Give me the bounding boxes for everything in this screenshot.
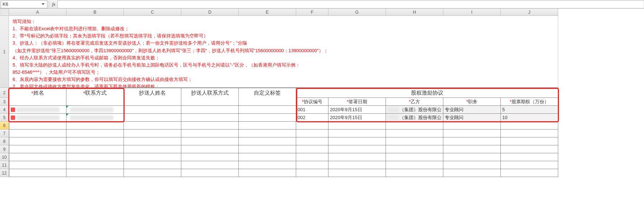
header-agreement-title[interactable]: 股权激励协议 xyxy=(296,88,558,98)
cell-H8[interactable] xyxy=(386,137,443,145)
name-box-dropdown-icon[interactable] xyxy=(41,2,46,7)
cell-D5[interactable] xyxy=(181,114,239,122)
cell-E4[interactable] xyxy=(239,106,296,114)
cell-E11[interactable] xyxy=(239,161,296,169)
cell-I6[interactable] xyxy=(443,122,501,130)
cell-H10[interactable] xyxy=(386,153,443,161)
cell-G7[interactable] xyxy=(328,130,386,137)
cell-H5[interactable]: （集团）股份有限公 xyxy=(386,114,443,122)
cell-D10[interactable] xyxy=(181,153,239,161)
cell-D6[interactable] xyxy=(181,122,239,130)
cell-I11[interactable] xyxy=(443,161,501,169)
cell-J8[interactable] xyxy=(501,137,558,145)
row-header-9[interactable]: 9 xyxy=(0,145,9,153)
cell-C5[interactable] xyxy=(124,114,181,122)
cell-C6[interactable] xyxy=(124,122,181,130)
fx-icon[interactable]: fx xyxy=(50,1,57,7)
col-header-C[interactable]: C xyxy=(124,9,181,16)
header-name-merge[interactable] xyxy=(9,98,66,106)
row-header-12[interactable]: 12 xyxy=(0,169,9,177)
cell-I8[interactable] xyxy=(443,137,501,145)
row-header-6[interactable]: 6 xyxy=(0,122,9,130)
header-cccontact-merge[interactable] xyxy=(181,98,239,106)
cell-C12[interactable] xyxy=(124,169,181,177)
header-stock-option[interactable]: *股票期权（万份） xyxy=(501,98,558,106)
cell-G5[interactable]: 2020年9月15日 xyxy=(328,114,386,122)
row-header-3[interactable]: 3 xyxy=(0,98,9,106)
row-header-1[interactable]: 1 xyxy=(0,16,9,88)
cell-H11[interactable] xyxy=(386,161,443,169)
cell-C9[interactable] xyxy=(124,145,181,153)
header-custom-tag[interactable]: 自定义标签 xyxy=(239,88,296,98)
instructions-cell[interactable]: 填写须知： 1、不能在该Excel表中对信息列进行增加、删除或修改； 2、带*号… xyxy=(9,16,558,88)
col-header-F[interactable]: F xyxy=(296,9,328,16)
header-party-b[interactable]: *乙方 xyxy=(386,98,443,106)
cell-B6[interactable] xyxy=(66,122,124,130)
header-agreement-no[interactable]: *协议编号 xyxy=(296,98,328,106)
cell-D7[interactable] xyxy=(181,130,239,137)
cell-D9[interactable] xyxy=(181,145,239,153)
cell-F6[interactable] xyxy=(296,122,328,130)
cell-B4[interactable] xyxy=(66,106,124,114)
row-header-7[interactable]: 7 xyxy=(0,130,9,137)
cell-J6[interactable] xyxy=(501,122,558,130)
col-header-G[interactable]: G xyxy=(328,9,386,16)
cell-B11[interactable] xyxy=(66,161,124,169)
row-header-4[interactable]: 4 xyxy=(0,106,9,114)
cell-F7[interactable] xyxy=(296,130,328,137)
cell-A5[interactable] xyxy=(9,114,66,122)
cell-B7[interactable] xyxy=(66,130,124,137)
cell-G11[interactable] xyxy=(328,161,386,169)
cell-A12[interactable] xyxy=(9,169,66,177)
cell-C11[interactable] xyxy=(124,161,181,169)
cell-F8[interactable] xyxy=(296,137,328,145)
row-header-8[interactable]: 8 xyxy=(0,137,9,145)
cell-D12[interactable] xyxy=(181,169,239,177)
cell-E5[interactable] xyxy=(239,114,296,122)
cell-A6[interactable] xyxy=(9,122,66,130)
cell-I10[interactable] xyxy=(443,153,501,161)
cell-E9[interactable] xyxy=(239,145,296,153)
cell-C10[interactable] xyxy=(124,153,181,161)
cell-F10[interactable] xyxy=(296,153,328,161)
cell-A8[interactable] xyxy=(9,137,66,145)
cell-D8[interactable] xyxy=(181,137,239,145)
header-contact-merge[interactable] xyxy=(66,98,124,106)
row-header-5[interactable]: 5 xyxy=(0,114,9,122)
cell-B5[interactable] xyxy=(66,114,124,122)
col-header-E[interactable]: E xyxy=(239,9,296,16)
name-box[interactable]: K6 xyxy=(1,0,47,8)
header-sign-date[interactable]: *签署日期 xyxy=(328,98,386,106)
cell-J9[interactable] xyxy=(501,145,558,153)
cell-H7[interactable] xyxy=(386,130,443,137)
col-header-B[interactable]: B xyxy=(66,9,124,16)
cell-J10[interactable] xyxy=(501,153,558,161)
cell-G9[interactable] xyxy=(328,145,386,153)
cell-B8[interactable] xyxy=(66,137,124,145)
col-header-J[interactable]: J xyxy=(501,9,558,16)
header-cc-name[interactable]: 抄送人姓名 xyxy=(124,88,181,98)
col-header-H[interactable]: H xyxy=(386,9,443,16)
col-header-D[interactable]: D xyxy=(181,9,239,16)
cell-G6[interactable] xyxy=(328,122,386,130)
col-header-I[interactable]: I xyxy=(443,9,501,16)
cell-B9[interactable] xyxy=(66,145,124,153)
cell-B10[interactable] xyxy=(66,153,124,161)
header-cc-contact[interactable]: 抄送人联系方式 xyxy=(181,88,239,98)
header-contact[interactable]: *联系方式 xyxy=(66,88,124,98)
cell-G12[interactable] xyxy=(328,169,386,177)
cell-I4[interactable]: 专业顾问 xyxy=(443,106,501,114)
cell-E10[interactable] xyxy=(239,153,296,161)
cell-D11[interactable] xyxy=(181,161,239,169)
cell-F12[interactable] xyxy=(296,169,328,177)
cell-F9[interactable] xyxy=(296,145,328,153)
cell-F5[interactable]: 002 xyxy=(296,114,328,122)
row-header-2[interactable]: 2 xyxy=(0,88,9,98)
cell-G4[interactable]: 2020年9月15日 xyxy=(328,106,386,114)
cell-A11[interactable] xyxy=(9,161,66,169)
cell-G8[interactable] xyxy=(328,137,386,145)
col-header-A[interactable]: A xyxy=(9,9,66,16)
cell-D4[interactable] xyxy=(181,106,239,114)
cell-I5[interactable]: 专业顾问 xyxy=(443,114,501,122)
row-header-11[interactable]: 11 xyxy=(0,161,9,169)
